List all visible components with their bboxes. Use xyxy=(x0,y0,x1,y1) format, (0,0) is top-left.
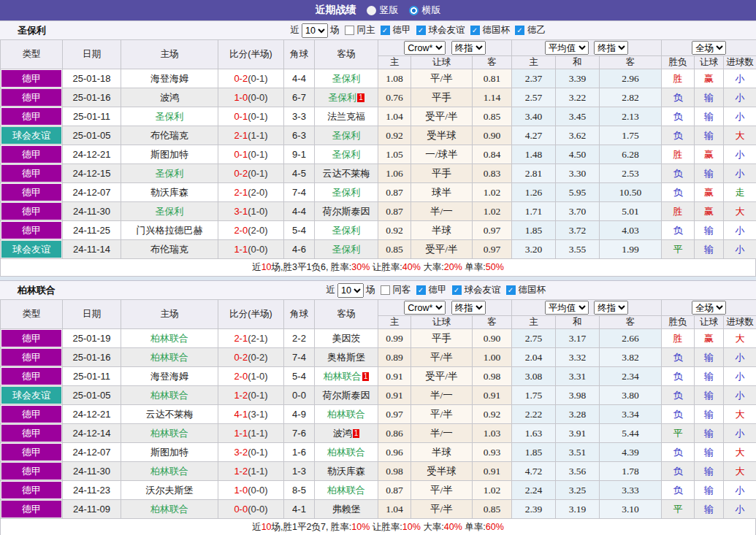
avg-draw-cell: 3.98 xyxy=(556,386,600,405)
result-cell: 负 xyxy=(662,88,695,107)
same-venue-checkbox[interactable] xyxy=(381,285,390,295)
handicap-cell: 一/球半 xyxy=(411,145,473,164)
sub-header: 主 xyxy=(378,316,411,329)
away-team-cell: 圣保利 xyxy=(315,240,378,259)
fulltime-score: 0-2 xyxy=(234,168,248,179)
summary-text: 让胜率: xyxy=(370,262,402,272)
sub-header: 和 xyxy=(556,56,600,69)
results-body: 德甲25-01-19柏林联合2-1(2-1)2-2美因茨0.99平手0.902.… xyxy=(1,329,756,519)
handicap-cell: 受半球 xyxy=(411,462,473,481)
league-type-cell: 德甲 xyxy=(1,107,63,126)
away-odds-cell: 0.85 xyxy=(473,500,512,519)
goals-result-cell: 小 xyxy=(724,348,756,367)
sub-header: 主 xyxy=(378,56,411,69)
same-venue-checkbox[interactable] xyxy=(345,26,354,35)
avg-draw-cell: 3.56 xyxy=(556,462,600,481)
home-team-cell: 柏林联合 xyxy=(121,329,218,348)
avg-selects-cell: 平均值 终指 xyxy=(512,40,662,56)
avg-home-cell: 2.81 xyxy=(512,164,556,183)
handicap-result-cell: 输 xyxy=(695,367,724,386)
league-checkbox[interactable] xyxy=(470,26,480,35)
home-team-cell: 圣保利 xyxy=(121,202,218,221)
home-team-cell: 门兴格拉德巴赫 xyxy=(121,221,218,240)
league-checkbox[interactable] xyxy=(416,26,426,35)
layout-option-horizontal[interactable]: 横版 xyxy=(409,4,441,17)
home-team-cell: 圣保利 xyxy=(121,107,218,126)
odds-time-select[interactable]: 终指 xyxy=(451,301,486,315)
layout-option-vertical[interactable]: 竖版 xyxy=(367,4,399,17)
handicap-cell: 半球 xyxy=(411,443,473,462)
halftime-score: (1-0) xyxy=(248,206,267,217)
filter-bar: 近10场同主德甲球会友谊德国杯德乙 xyxy=(291,23,546,38)
sub-header: 主 xyxy=(512,316,556,329)
league-checkbox[interactable] xyxy=(515,26,524,35)
league-checkbox[interactable] xyxy=(452,285,462,295)
scope-select[interactable]: 全场 xyxy=(692,301,726,315)
away-team-name: 云达不莱梅 xyxy=(323,168,370,179)
home-odds-cell: 0.87 xyxy=(378,202,411,221)
halftime-score: (2-0) xyxy=(248,187,267,198)
result-cell: 负 xyxy=(662,183,695,202)
section-bar: 圣保利 近10场同主德甲球会友谊德国杯德乙 xyxy=(0,20,756,39)
league-type-badge: 德甲 xyxy=(1,165,61,182)
score-cell: 3-2(0-1) xyxy=(218,443,284,462)
halftime-score: (0-1) xyxy=(248,447,267,458)
date-cell: 24-11-30 xyxy=(63,202,121,221)
home-odds-cell: 0.89 xyxy=(378,348,411,367)
corners-cell: 0-0 xyxy=(284,386,315,405)
league-type-badge: 德甲 xyxy=(1,146,61,163)
home-team-cell: 勒沃库森 xyxy=(121,183,218,202)
avg-home-cell: 1.85 xyxy=(512,221,556,240)
avg-home-cell: 1.71 xyxy=(512,202,556,221)
away-odds-cell: 0.97 xyxy=(473,240,512,259)
league-type-cell: 球会友谊 xyxy=(1,126,63,145)
fulltime-score: 2-1 xyxy=(234,333,248,344)
league-checkbox[interactable] xyxy=(416,285,426,295)
handicap-result-cell: 输 xyxy=(695,386,724,405)
fulltime-score: 1-0 xyxy=(234,485,248,496)
date-cell: 25-01-19 xyxy=(63,329,121,348)
away-odds-cell: 1.02 xyxy=(473,481,512,500)
avg-time-select[interactable]: 终指 xyxy=(594,41,628,55)
home-team-name: 海登海姆 xyxy=(150,371,188,382)
table-row: 德甲24-11-09柏林联合0-0(0-0)4-1弗赖堡1.04平/半0.852… xyxy=(1,500,756,519)
league-type-badge: 球会友谊 xyxy=(1,387,61,404)
radio-icon[interactable] xyxy=(367,6,376,15)
col-header-away: 客场 xyxy=(315,300,378,329)
date-cell: 24-12-21 xyxy=(63,405,121,424)
handicap-cell: 平/半 xyxy=(411,348,473,367)
col-header-date: 日期 xyxy=(63,300,121,329)
avg-draw-cell: 3.30 xyxy=(556,164,600,183)
away-team-name: 圣保利 xyxy=(332,244,361,255)
fulltime-score: 2-0 xyxy=(234,371,248,382)
avg-away-cell: 1.99 xyxy=(600,240,662,259)
league-type-cell: 德甲 xyxy=(1,500,63,519)
avg-select[interactable]: 平均值 xyxy=(545,41,589,55)
home-odds-cell: 1.06 xyxy=(378,164,411,183)
result-cell: 平 xyxy=(662,424,695,443)
home-team-name: 波鸿 xyxy=(160,92,179,103)
league-checkbox[interactable] xyxy=(381,26,390,35)
layout-option-label: 竖版 xyxy=(380,4,399,17)
radio-selected-icon[interactable] xyxy=(409,6,419,15)
team-name: 圣保利 xyxy=(18,24,46,37)
handicap-cell: 平/半 xyxy=(411,69,473,88)
avg-home-cell: 2.57 xyxy=(512,88,556,107)
scope-select[interactable]: 全场 xyxy=(692,41,726,55)
league-checkbox-label: 德国杯 xyxy=(483,24,511,36)
avg-select[interactable]: 平均值 xyxy=(545,301,589,315)
match-count-select[interactable]: 10 xyxy=(337,283,364,298)
match-count-select[interactable]: 10 xyxy=(302,23,328,38)
odds-source-select[interactable]: Crow* xyxy=(404,41,446,55)
corners-cell: 4-6 xyxy=(284,240,315,259)
league-type-cell: 德甲 xyxy=(1,329,63,348)
avg-time-select[interactable]: 终指 xyxy=(594,301,628,315)
odds-source-select[interactable]: Crow* xyxy=(404,301,446,315)
score-cell: 2-0(2-0) xyxy=(218,221,284,240)
league-checkbox[interactable] xyxy=(506,285,516,295)
summary-text: 10 xyxy=(261,262,272,272)
handicap-cell: 平/半 xyxy=(411,405,473,424)
away-team-cell: 弗赖堡 xyxy=(315,500,378,519)
avg-away-cell: 6.28 xyxy=(600,145,662,164)
odds-time-select[interactable]: 终指 xyxy=(451,41,486,55)
